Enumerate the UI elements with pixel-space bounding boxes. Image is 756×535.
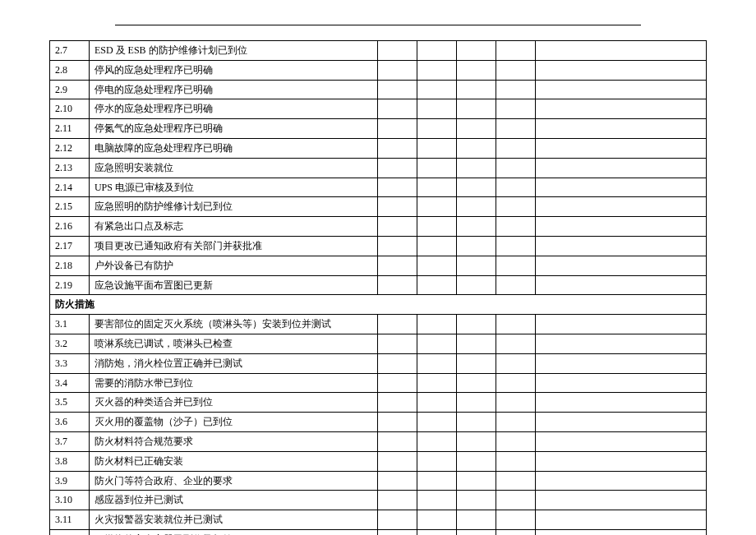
row-description: 停电的应急处理程序已明确 bbox=[89, 80, 378, 99]
remark-cell bbox=[536, 334, 707, 353]
remark-cell bbox=[536, 491, 707, 510]
row-description: 应急照明的防护维修计划已到位 bbox=[89, 197, 378, 217]
check-cell bbox=[496, 451, 536, 471]
table-row: 2.12电脑故障的应急处理程序已明确 bbox=[50, 138, 707, 158]
check-cell bbox=[378, 451, 417, 471]
check-cell bbox=[457, 217, 496, 237]
remark-cell bbox=[536, 178, 707, 197]
remark-cell bbox=[536, 529, 707, 535]
check-cell bbox=[417, 353, 457, 373]
check-cell bbox=[457, 158, 496, 178]
remark-cell bbox=[536, 99, 707, 119]
table-row: 2.19应急设施平面布置图已更新 bbox=[50, 275, 707, 295]
check-cell bbox=[496, 529, 536, 535]
row-number: 3.9 bbox=[50, 471, 90, 491]
check-cell bbox=[496, 431, 536, 451]
row-number: 2.8 bbox=[50, 60, 90, 80]
remark-cell bbox=[536, 256, 707, 275]
table-row: 2.15应急照明的防护维修计划已到位 bbox=[50, 197, 707, 217]
check-cell bbox=[457, 491, 496, 510]
table-row: 2.18户外设备已有防护 bbox=[50, 256, 707, 275]
check-cell bbox=[496, 393, 536, 413]
check-cell bbox=[417, 451, 457, 471]
row-description: 可燃物的安全容器已到位及标签 bbox=[89, 529, 378, 535]
remark-cell bbox=[536, 80, 707, 99]
check-cell bbox=[496, 353, 536, 373]
remark-cell bbox=[536, 197, 707, 217]
check-cell bbox=[378, 334, 417, 353]
table-row: 3.9防火门等符合政府、企业的要求 bbox=[50, 471, 707, 491]
check-cell bbox=[378, 471, 417, 491]
row-description: 防火材料符合规范要求 bbox=[89, 431, 378, 451]
row-description: 需要的消防水带已到位 bbox=[89, 373, 378, 393]
row-number: 3.4 bbox=[50, 373, 90, 393]
check-cell bbox=[417, 217, 457, 237]
row-description: 灭火器的种类适合并已到位 bbox=[89, 393, 378, 413]
section-title: 防火措施 bbox=[50, 295, 707, 315]
check-cell bbox=[496, 119, 536, 139]
table-row: 2.8停风的应急处理程序已明确 bbox=[50, 60, 707, 80]
row-description: 防火材料已正确安装 bbox=[89, 451, 378, 471]
check-cell bbox=[417, 138, 457, 158]
table-row: 3.2喷淋系统已调试，喷淋头已检查 bbox=[50, 334, 707, 353]
remark-cell bbox=[536, 236, 707, 256]
check-cell bbox=[496, 510, 536, 530]
row-number: 3.12 bbox=[50, 529, 90, 535]
check-cell bbox=[417, 236, 457, 256]
row-number: 3.11 bbox=[50, 510, 90, 530]
check-cell bbox=[457, 80, 496, 99]
row-number: 2.9 bbox=[50, 80, 90, 99]
row-description: 喷淋系统已调试，喷淋头已检查 bbox=[89, 334, 378, 353]
row-number: 2.18 bbox=[50, 256, 90, 275]
check-cell bbox=[378, 99, 417, 119]
remark-cell bbox=[536, 275, 707, 295]
check-cell bbox=[417, 373, 457, 393]
remark-cell bbox=[536, 353, 707, 373]
table-row: 2.16有紧急出口点及标志 bbox=[50, 217, 707, 237]
check-cell bbox=[457, 529, 496, 535]
row-description: 应急照明安装就位 bbox=[89, 158, 378, 178]
check-cell bbox=[496, 491, 536, 510]
check-cell bbox=[378, 353, 417, 373]
check-cell bbox=[417, 158, 457, 178]
check-cell bbox=[457, 236, 496, 256]
table-row: 3.6灭火用的覆盖物（沙子）已到位 bbox=[50, 413, 707, 432]
check-cell bbox=[457, 138, 496, 158]
check-cell bbox=[457, 353, 496, 373]
row-description: 应急设施平面布置图已更新 bbox=[89, 275, 378, 295]
check-cell bbox=[378, 315, 417, 334]
row-number: 3.3 bbox=[50, 353, 90, 373]
check-cell bbox=[417, 334, 457, 353]
check-cell bbox=[457, 471, 496, 491]
remark-cell bbox=[536, 510, 707, 530]
remark-cell bbox=[536, 431, 707, 451]
table-row: 3.1要害部位的固定灭火系统（喷淋头等）安装到位并测试 bbox=[50, 315, 707, 334]
table-row: 3.3消防炮，消火栓位置正确并已测试 bbox=[50, 353, 707, 373]
check-cell bbox=[417, 529, 457, 535]
check-cell bbox=[417, 413, 457, 432]
check-cell bbox=[417, 393, 457, 413]
row-description: 电脑故障的应急处理程序已明确 bbox=[89, 138, 378, 158]
table-row: 2.14UPS 电源已审核及到位 bbox=[50, 178, 707, 197]
check-cell bbox=[378, 41, 417, 61]
check-cell bbox=[417, 275, 457, 295]
row-description: 防火门等符合政府、企业的要求 bbox=[89, 471, 378, 491]
row-description: 停氮气的应急处理程序已明确 bbox=[89, 119, 378, 139]
table-row: 3.12可燃物的安全容器已到位及标签 bbox=[50, 529, 707, 535]
row-description: 灭火用的覆盖物（沙子）已到位 bbox=[89, 413, 378, 432]
row-number: 3.1 bbox=[50, 315, 90, 334]
check-cell bbox=[378, 138, 417, 158]
checklist-table: 2.7ESD 及 ESB 的防护维修计划已到位2.8停风的应急处理程序已明确2.… bbox=[49, 40, 707, 535]
check-cell bbox=[457, 510, 496, 530]
check-cell bbox=[378, 178, 417, 197]
row-number: 2.10 bbox=[50, 99, 90, 119]
row-number: 2.17 bbox=[50, 236, 90, 256]
row-description: 户外设备已有防护 bbox=[89, 256, 378, 275]
check-cell bbox=[496, 138, 536, 158]
check-cell bbox=[378, 491, 417, 510]
row-description: 停水的应急处理程序已明确 bbox=[89, 99, 378, 119]
check-cell bbox=[378, 217, 417, 237]
check-cell bbox=[496, 99, 536, 119]
check-cell bbox=[496, 471, 536, 491]
check-cell bbox=[496, 275, 536, 295]
